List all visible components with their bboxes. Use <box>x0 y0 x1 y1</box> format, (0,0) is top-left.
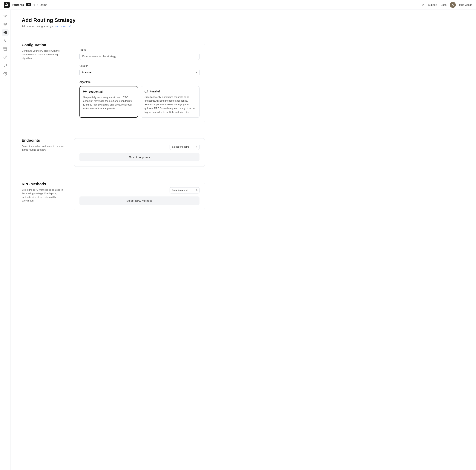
sequential-name: Sequential <box>88 90 103 93</box>
configuration-section: Configuration Configure your RPC Route w… <box>22 43 205 123</box>
avatar-initials: IC <box>452 3 454 6</box>
page-subtitle-text: Add a new routing strategy <box>22 25 53 28</box>
algorithm-card-parallel-header: Parallel <box>145 90 196 93</box>
svg-point-3 <box>4 23 7 24</box>
endpoints-left: Endpoints Select the desired endpoints t… <box>22 138 67 152</box>
endpoint-controls: Select endpoint ⇅ <box>80 144 200 150</box>
parallel-name: Parallel <box>150 90 160 93</box>
cluster-select-wrapper: Mainnet Testnet Devnet ▾ <box>80 69 200 76</box>
name-label: Name <box>80 48 200 51</box>
sidebar-item-shield[interactable] <box>2 62 9 69</box>
algorithm-group: Algorithm Sequential Sequentially sends … <box>80 80 200 118</box>
configuration-title: Configuration <box>22 43 67 47</box>
page-title: Add Routing Strategy <box>22 17 205 23</box>
method-select[interactable]: Select method <box>170 187 200 194</box>
pro-badge: Pro <box>26 3 31 6</box>
algorithm-card-sequential-header: Sequential <box>83 90 134 93</box>
sequential-radio[interactable] <box>83 90 86 93</box>
user-name: Italo Casas <box>459 3 472 6</box>
learn-more-link[interactable]: Learn more <box>53 25 67 28</box>
configuration-card: Name Cluster Mainnet Testnet Devnet ▾ <box>74 43 205 123</box>
cluster-group: Cluster Mainnet Testnet Devnet ▾ <box>80 64 200 76</box>
topnav-left: Ironforge Pro ⇅ / Demo <box>4 2 47 8</box>
brand-chevron-icon[interactable]: ⇅ <box>33 3 35 6</box>
main-content: Add Routing Strategy Add a new routing s… <box>10 10 216 470</box>
sidebar <box>0 10 10 470</box>
sidebar-item-key[interactable] <box>2 54 9 61</box>
sidebar-item-settings[interactable] <box>2 70 9 77</box>
svg-rect-1 <box>6 5 8 6</box>
select-rpc-methods-button[interactable]: Select RPC Methods <box>80 197 200 205</box>
avatar[interactable]: IC <box>450 2 456 8</box>
support-link[interactable]: Support <box>428 3 437 6</box>
endpoints-card: Select endpoint ⇅ Select endpoints <box>74 138 205 167</box>
nav-slash: / <box>37 3 38 7</box>
algorithm-card-sequential[interactable]: Sequential Sequentially sends requests t… <box>80 86 138 118</box>
algorithm-card-parallel[interactable]: Parallel Simultaneously dispatches reque… <box>141 86 200 118</box>
sidebar-item-archive[interactable] <box>2 46 9 52</box>
parallel-radio[interactable] <box>145 90 148 93</box>
layout: Add Routing Strategy Add a new routing s… <box>0 10 476 470</box>
endpoints-title: Endpoints <box>22 138 67 143</box>
svg-point-2 <box>5 17 5 18</box>
topnav: Ironforge Pro ⇅ / Demo ☀ Support Docs IC… <box>0 0 476 10</box>
sidebar-item-chart[interactable] <box>2 37 9 44</box>
docs-link[interactable]: Docs <box>441 3 446 6</box>
cluster-select[interactable]: Mainnet Testnet Devnet <box>80 69 200 76</box>
sequential-desc: Sequentially sends requests to each RPC … <box>83 95 134 110</box>
topnav-right: ☀ Support Docs IC Italo Casas <box>422 2 472 8</box>
parallel-desc: Simultaneously dispatches requests to al… <box>145 95 196 114</box>
method-select-wrapper: Select method ⇅ <box>170 187 200 194</box>
name-input[interactable] <box>80 53 200 60</box>
sidebar-item-broadcast[interactable] <box>2 13 9 19</box>
svg-rect-5 <box>3 48 7 49</box>
rpc-methods-card: Select method ⇅ Select RPC Methods <box>74 182 205 210</box>
rpc-methods-desc: Select the RPC methods to be used in thi… <box>22 188 67 203</box>
rpc-methods-section: RPC Methods Select the RPC methods to be… <box>22 182 205 210</box>
sidebar-item-globe[interactable] <box>2 29 9 36</box>
sidebar-item-storage[interactable] <box>2 21 9 28</box>
demo-name: Demo <box>40 3 47 6</box>
logo-icon[interactable] <box>4 2 10 8</box>
endpoints-desc: Select the desired endpoints to be used … <box>22 145 67 152</box>
theme-toggle-icon[interactable]: ☀ <box>422 3 425 7</box>
select-endpoints-button[interactable]: Select endpoints <box>80 153 200 161</box>
svg-point-7 <box>5 73 6 74</box>
configuration-desc: Configure your RPC Route with the desire… <box>22 49 67 60</box>
cluster-label: Cluster <box>80 64 200 67</box>
endpoint-select[interactable]: Select endpoint <box>170 144 200 150</box>
page-subtitle: Add a new routing strategy Learn more <box>22 25 205 28</box>
svg-rect-0 <box>4 2 10 8</box>
algorithm-options: Sequential Sequentially sends requests t… <box>80 86 200 118</box>
name-group: Name <box>80 48 200 60</box>
divider-bottom <box>22 174 205 174</box>
endpoints-section: Endpoints Select the desired endpoints t… <box>22 138 205 167</box>
brand-name: Ironforge <box>12 3 24 6</box>
algorithm-label: Algorithm <box>80 80 200 83</box>
rpc-methods-title: RPC Methods <box>22 182 67 186</box>
endpoint-select-wrapper: Select endpoint ⇅ <box>170 144 200 150</box>
method-controls: Select method ⇅ <box>80 187 200 194</box>
configuration-left: Configuration Configure your RPC Route w… <box>22 43 67 60</box>
rpc-methods-left: RPC Methods Select the RPC methods to be… <box>22 182 67 203</box>
external-link-icon <box>68 25 71 28</box>
